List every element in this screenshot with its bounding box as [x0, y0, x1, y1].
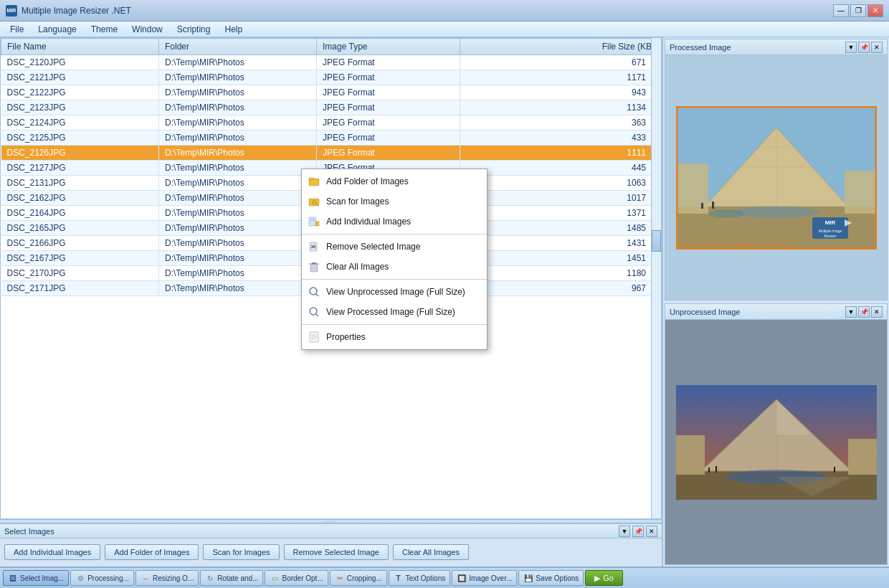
unprocessed-image-controls: ▼ 📌 ✕	[845, 306, 883, 318]
ctx-separator-2	[302, 279, 487, 280]
taskbar-processing[interactable]: ⚙ Processing...	[70, 570, 134, 586]
select-images-icon: 🖼	[8, 573, 18, 583]
cell-folder: D:\Temp\MIR\Photos	[159, 266, 317, 281]
ctx-clear-all[interactable]: Clear All Images	[302, 257, 487, 277]
cell-filename: DSC_2126JPG	[1, 146, 159, 161]
taskbar: 🖼 Select Imag... ⚙ Processing... ↔ Resiz…	[0, 566, 889, 588]
cropping-icon: ✂	[335, 573, 345, 583]
cell-imagetype: JPEG Format	[317, 70, 460, 85]
cell-filename: DSC_2121JPG	[1, 70, 159, 85]
clear-all-button[interactable]: Clear All Images	[393, 544, 469, 560]
cell-folder: D:\Temp\MIR\Photos	[159, 236, 317, 251]
table-row[interactable]: DSC_2122JPGD:\Temp\MIR\PhotosJPEG Format…	[1, 85, 661, 100]
cell-filename: DSC_2124JPG	[1, 115, 159, 131]
menu-window[interactable]: Window	[125, 23, 170, 36]
unprocessed-close[interactable]: ✕	[871, 306, 883, 318]
ctx-add-individual-label: Add Individual Images	[326, 217, 411, 227]
menu-help[interactable]: Help	[217, 23, 249, 36]
taskbar-processing-label: Processing...	[87, 574, 129, 582]
unprocessed-minimize[interactable]: ▼	[845, 306, 857, 318]
svg-text:Resizer: Resizer	[824, 234, 836, 238]
go-button[interactable]: ▶ Go	[585, 570, 623, 586]
processed-image-controls: ▼ 📌 ✕	[845, 42, 883, 53]
remove-selected-button[interactable]: Remove Selected Image	[284, 544, 389, 560]
table-row[interactable]: DSC_2120JPGD:\Temp\MIR\PhotosJPEG Format…	[1, 55, 661, 70]
taskbar-border-label: Border Opt...	[282, 574, 323, 582]
cell-folder: D:\Temp\MIR\Photos	[159, 146, 317, 161]
ctx-remove-selected[interactable]: Remove Selected Image	[302, 237, 487, 257]
col-folder: Folder	[159, 39, 317, 55]
ctx-properties[interactable]: Properties	[302, 327, 487, 347]
ctx-scan-images[interactable]: Scan for Images	[302, 191, 487, 212]
taskbar-select-images[interactable]: 🖼 Select Imag...	[3, 570, 69, 586]
add-individual-images-button[interactable]: Add Individual Images	[4, 544, 100, 560]
cell-folder: D:\Temp\MIR\Photos	[159, 115, 317, 131]
table-row[interactable]: DSC_2125JPGD:\Temp\MIR\PhotosJPEG Format…	[1, 131, 661, 146]
ctx-properties-label: Properties	[326, 332, 366, 342]
app-icon: MIR	[6, 5, 17, 16]
cell-folder: D:\Temp\MIR\Photos	[159, 281, 317, 296]
svg-text:Image Processed by Multiple Im: Image Processed by Multiple Image Resize…	[680, 241, 797, 247]
taskbar-rotate[interactable]: ↻ Rotate and...	[200, 570, 263, 586]
cell-filesize: 1017	[460, 191, 661, 206]
menu-theme[interactable]: Theme	[84, 23, 125, 36]
resizing-icon: ↔	[141, 573, 151, 583]
select-images-pin[interactable]: 📌	[632, 526, 644, 537]
menu-file[interactable]: File	[3, 23, 31, 36]
cell-filename: DSC_2125JPG	[1, 131, 159, 146]
table-row[interactable]: DSC_2123JPGD:\Temp\MIR\PhotosJPEG Format…	[1, 100, 661, 115]
cell-filesize: 1111	[460, 146, 661, 161]
taskbar-rotate-label: Rotate and...	[217, 574, 258, 582]
processed-close[interactable]: ✕	[871, 42, 883, 53]
save-options-icon: 💾	[523, 573, 533, 583]
unprocessed-image-panel: Unprocessed Image ▼ 📌 ✕	[665, 303, 888, 565]
taskbar-resizing[interactable]: ↔ Resizing O...	[136, 570, 199, 586]
taskbar-border[interactable]: ▭ Border Opt...	[265, 570, 328, 586]
table-row[interactable]: DSC_2121JPGD:\Temp\MIR\PhotosJPEG Format…	[1, 70, 661, 85]
svg-point-47	[310, 288, 317, 295]
taskbar-save-label: Save Options	[536, 574, 579, 582]
processed-image-content: MIR Multiple Image Resizer Image Process…	[665, 55, 887, 300]
taskbar-overlay-label: Image Over...	[469, 574, 512, 582]
unprocessed-pin[interactable]: 📌	[858, 306, 870, 318]
menu-scripting[interactable]: Scripting	[170, 23, 218, 36]
cell-filesize: 1485	[460, 221, 661, 236]
select-images-close[interactable]: ✕	[646, 526, 657, 537]
taskbar-save-options[interactable]: 💾 Save Options	[518, 570, 584, 586]
taskbar-text-options[interactable]: T Text Options	[389, 570, 451, 586]
ctx-add-folder[interactable]: Add Folder of Images	[302, 171, 487, 191]
ctx-view-processed-icon	[308, 305, 320, 318]
table-row[interactable]: DSC_2124JPGD:\Temp\MIR\PhotosJPEG Format…	[1, 115, 661, 131]
ctx-view-processed[interactable]: View Processed Image (Full Size)	[302, 302, 487, 322]
svg-rect-31	[834, 467, 835, 473]
titlebar: MIR Multiple Image Resizer .NET — ❐ ✕	[0, 0, 889, 22]
close-button[interactable]: ✕	[867, 4, 883, 17]
cell-filesize: 943	[460, 85, 661, 100]
ctx-add-individual[interactable]: Add Individual Images	[302, 212, 487, 232]
svg-point-7	[708, 209, 744, 218]
scrollbar[interactable]	[651, 38, 661, 518]
processed-minimize[interactable]: ▼	[845, 42, 857, 53]
ctx-scan-label: Scan for Images	[326, 196, 389, 207]
restore-button[interactable]: ❐	[850, 4, 866, 17]
cell-filesize: 1063	[460, 176, 661, 191]
image-overlay-icon: 🔲	[457, 573, 467, 583]
minimize-button[interactable]: —	[833, 4, 849, 17]
ctx-view-unprocessed[interactable]: View Unprocessed Image (Full Size)	[302, 282, 487, 302]
cell-filesize: 1171	[460, 70, 661, 85]
cell-folder: D:\Temp\MIR\Photos	[159, 176, 317, 191]
processed-pin[interactable]: 📌	[858, 42, 870, 53]
add-folder-button[interactable]: Add Folder of Images	[105, 544, 199, 560]
scan-for-images-button[interactable]: Scan for Images	[203, 544, 279, 560]
rotate-icon: ↻	[205, 573, 215, 583]
svg-rect-33	[309, 178, 314, 180]
taskbar-resizing-label: Resizing O...	[153, 574, 194, 582]
svg-text:MIR: MIR	[824, 219, 835, 226]
taskbar-image-overlay[interactable]: 🔲 Image Over...	[452, 570, 517, 586]
table-row[interactable]: DSC_2126JPGD:\Temp\MIR\PhotosJPEG Format…	[1, 146, 661, 161]
text-options-icon: T	[394, 573, 404, 583]
cell-imagetype: JPEG Format	[317, 115, 460, 131]
taskbar-cropping[interactable]: ✂ Cropping...	[330, 570, 387, 586]
menu-language[interactable]: Language	[31, 23, 83, 36]
select-images-collapse[interactable]: ▼	[619, 526, 630, 537]
